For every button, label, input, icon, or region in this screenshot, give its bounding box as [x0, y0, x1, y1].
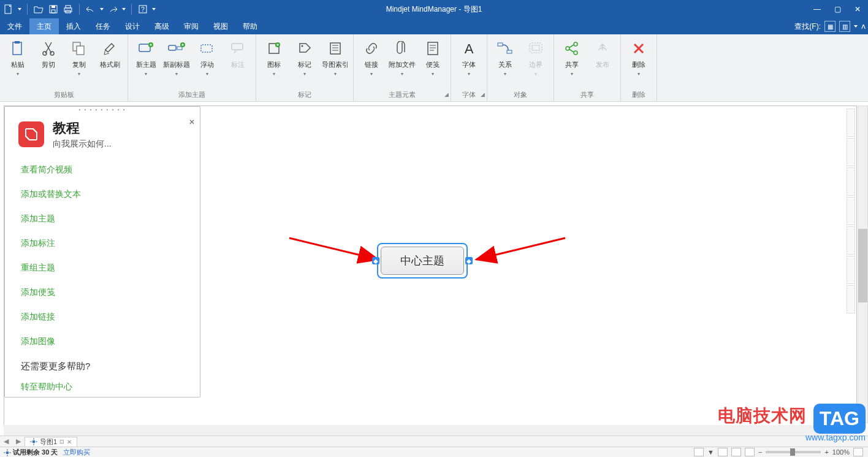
- tutorial-panel: • • • • • • • • • ✕ 教程 向我展示如何... 查看简介视频 …: [4, 106, 200, 397]
- new-file-dropdown[interactable]: [17, 8, 22, 10]
- group-clipboard: 剪贴板: [0, 90, 128, 101]
- add-right-icon[interactable]: ◆: [465, 257, 473, 264]
- doctab-close-icon[interactable]: ✕: [67, 439, 72, 445]
- tutorial-link-reorg[interactable]: 重组主题: [21, 263, 184, 274]
- maximize-button[interactable]: ▢: [832, 5, 843, 13]
- help-icon[interactable]: ?: [137, 2, 149, 17]
- annotation-arrow-right: [470, 235, 568, 266]
- tab-view[interactable]: 视图: [206, 18, 235, 34]
- tutorial-link-note[interactable]: 添加便笺: [21, 287, 184, 298]
- undo-icon[interactable]: [85, 2, 97, 17]
- filter-icon[interactable]: ▼: [707, 448, 714, 456]
- sidebar-tab-1[interactable]: [847, 109, 855, 137]
- format-painter-button[interactable]: 格式刷: [96, 37, 124, 69]
- add-left-icon[interactable]: ◆: [372, 257, 379, 264]
- sidebar-tab-3[interactable]: [847, 167, 855, 196]
- taskpane-toggle-2[interactable]: ▥: [839, 21, 850, 32]
- open-icon[interactable]: [32, 2, 45, 17]
- group-font: 字体◢: [451, 90, 487, 101]
- close-button[interactable]: ✕: [852, 5, 863, 13]
- central-topic-wrapper: 中心主题 ◆ ◆: [379, 245, 465, 276]
- cut-button[interactable]: 剪切: [34, 37, 63, 69]
- copy-button[interactable]: 复制▾: [65, 37, 93, 77]
- help-dropdown[interactable]: [151, 8, 156, 10]
- tab-advanced[interactable]: 高级: [147, 18, 177, 34]
- notes-button[interactable]: 便笺▾: [419, 37, 447, 77]
- svg-point-32: [566, 47, 569, 50]
- doctab-next[interactable]: ▶: [12, 437, 25, 445]
- tutorial-link-topic[interactable]: 添加主题: [21, 213, 184, 225]
- sidebar-tab-5[interactable]: [847, 226, 855, 255]
- ribbon-collapse[interactable]: ʌ: [861, 22, 866, 31]
- relationship-button[interactable]: 关系▾: [491, 37, 519, 77]
- attachment-button[interactable]: 附加文件▾: [388, 37, 416, 77]
- panel-grip[interactable]: • • • • • • • • •: [5, 107, 200, 113]
- tutorial-link-text[interactable]: 添加或替换文本: [21, 189, 184, 200]
- hyperlink-button[interactable]: 链接▾: [357, 37, 386, 77]
- new-subtopic-button[interactable]: 新副标题▾: [162, 37, 191, 77]
- canvas[interactable]: • • • • • • • • • ✕ 教程 向我展示如何... 查看简介视频 …: [4, 106, 857, 432]
- topic-elements-launcher[interactable]: ◢: [444, 91, 449, 98]
- tutorial-link-link[interactable]: 添加链接: [21, 312, 184, 323]
- zoom-slider[interactable]: [766, 451, 821, 453]
- sidebar-tab-2[interactable]: [847, 138, 855, 166]
- svg-rect-3: [51, 6, 55, 8]
- share-button[interactable]: 共享▾: [558, 37, 586, 77]
- tab-review[interactable]: 审阅: [177, 18, 206, 34]
- zoom-out[interactable]: −: [758, 448, 762, 456]
- new-topic-button[interactable]: 新主题▾: [132, 37, 160, 77]
- tab-home[interactable]: 主页: [29, 18, 59, 34]
- save-icon[interactable]: [47, 2, 59, 17]
- font-launcher[interactable]: ◢: [481, 91, 485, 98]
- font-button[interactable]: A字体▾: [455, 37, 483, 77]
- tutorial-link-image[interactable]: 添加图像: [21, 336, 184, 347]
- annotation-arrow-left: [286, 235, 384, 266]
- window-title: Mindjet MindManager - 导图1: [386, 4, 482, 15]
- tab-help[interactable]: 帮助: [235, 18, 265, 34]
- tab-task[interactable]: 任务: [88, 18, 118, 34]
- svg-text:A: A: [465, 41, 474, 56]
- tutorial-help-center-link[interactable]: 转至帮助中心: [21, 382, 72, 391]
- tab-insert[interactable]: 插入: [59, 18, 88, 34]
- tab-design[interactable]: 设计: [118, 18, 147, 34]
- svg-rect-28: [498, 43, 503, 46]
- vertical-scrollbar[interactable]: [858, 106, 868, 423]
- document-tab[interactable]: 导图1 ⊡ ✕: [25, 437, 77, 447]
- icon-marker-button[interactable]: 图标▾: [260, 37, 288, 77]
- view-mode-2[interactable]: [718, 448, 728, 456]
- paste-button[interactable]: 粘贴▾: [4, 37, 32, 77]
- buy-now-link[interactable]: 立即购买: [63, 448, 90, 456]
- fit-button[interactable]: [853, 448, 863, 456]
- floating-topic-button[interactable]: 浮动▾: [193, 37, 221, 77]
- undo-dropdown[interactable]: [99, 8, 104, 10]
- map-index-button[interactable]: 导图索引▾: [321, 37, 349, 77]
- zoom-in[interactable]: +: [824, 448, 828, 456]
- central-topic[interactable]: 中心主题 ◆ ◆: [379, 245, 465, 276]
- zoom-level[interactable]: 100%: [832, 448, 850, 456]
- tutorial-link-video[interactable]: 查看简介视频: [21, 164, 184, 175]
- doctab-prev[interactable]: ◀: [0, 437, 12, 445]
- view-mode-1[interactable]: [694, 448, 704, 456]
- tutorial-link-callout[interactable]: 添加标注: [21, 238, 184, 249]
- tag-button[interactable]: 标记▾: [291, 37, 319, 77]
- view-mode-4[interactable]: [745, 448, 755, 456]
- sidebar-tab-4[interactable]: [847, 197, 855, 225]
- svg-point-33: [574, 42, 577, 46]
- taskpane-toggle-1[interactable]: ▦: [824, 21, 836, 32]
- minimize-button[interactable]: —: [811, 5, 823, 13]
- svg-rect-31: [532, 45, 539, 50]
- svg-rect-29: [507, 50, 512, 53]
- view-mode-3[interactable]: [731, 448, 741, 456]
- sidebar-tab-7[interactable]: [847, 285, 855, 313]
- redo-icon[interactable]: [107, 2, 119, 17]
- sidebar-tab-6[interactable]: [847, 256, 855, 284]
- new-file-icon[interactable]: [2, 2, 15, 17]
- delete-button[interactable]: 删除▾: [625, 37, 653, 77]
- redo-dropdown[interactable]: [121, 8, 126, 10]
- doctab-pin-icon[interactable]: ⊡: [59, 439, 64, 445]
- svg-point-11: [43, 52, 47, 55]
- print-icon[interactable]: [62, 2, 74, 17]
- tutorial-close-icon[interactable]: ✕: [189, 118, 195, 126]
- svg-rect-21: [232, 44, 243, 50]
- tab-file[interactable]: 文件: [0, 18, 29, 34]
